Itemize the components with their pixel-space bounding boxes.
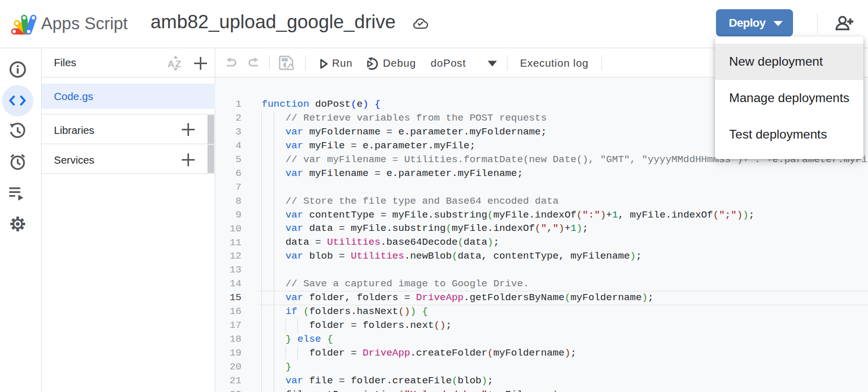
svg-text:Z: Z [175, 58, 181, 69]
svg-text:A: A [168, 58, 175, 69]
